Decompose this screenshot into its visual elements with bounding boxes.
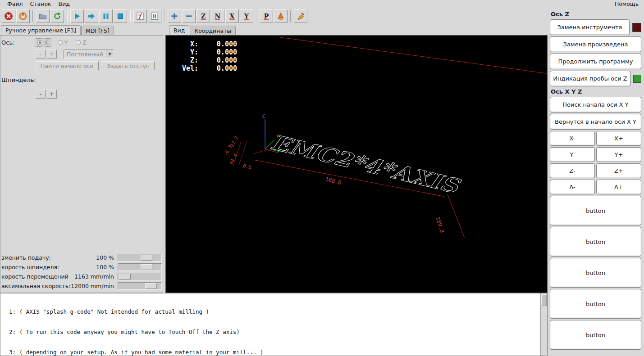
clear-plot-icon xyxy=(296,12,305,21)
view-y-button[interactable]: Y xyxy=(240,9,253,23)
machine-power-button[interactable] xyxy=(16,9,30,23)
dimension-line xyxy=(448,194,465,238)
axis-label: Ось: xyxy=(1,39,36,46)
radio-icon xyxy=(58,40,63,45)
toggle-optional-pause-button[interactable] xyxy=(148,9,161,23)
slider-handle[interactable] xyxy=(141,255,152,261)
feed-override-value: 100 % xyxy=(96,254,114,261)
view-y-icon: Y xyxy=(242,12,251,21)
touch-off-button[interactable]: Задать отступ xyxy=(102,61,155,70)
pause-button[interactable] xyxy=(99,9,113,23)
jog-x-plus-button[interactable]: X+ xyxy=(596,131,641,146)
axis-radio-x[interactable]: X xyxy=(36,38,51,47)
gcode-line[interactable]: 1: ( AXIS "splash g-code" Not intended f… xyxy=(2,308,540,315)
z-probe-button[interactable]: Индикация пробы оси Z xyxy=(550,71,630,86)
jog-a-plus-button[interactable]: A+ xyxy=(596,180,641,194)
zoom-in-button[interactable] xyxy=(168,9,181,23)
axis-radio-y[interactable]: Y xyxy=(58,39,68,46)
z-axis-label: Z xyxy=(262,113,265,119)
gcode-listing: 1: ( AXIS "splash g-code" Not intended f… xyxy=(0,293,548,356)
toolbar-separator xyxy=(130,10,131,22)
estop-button[interactable] xyxy=(2,9,15,23)
part-wireframe-text: EMC2*4*AXIS xyxy=(268,131,464,198)
step-icon xyxy=(87,12,96,21)
zoom-out-button[interactable] xyxy=(182,9,196,23)
custom-button-5[interactable]: button xyxy=(550,320,641,350)
jog-x-minus-button[interactable]: X- xyxy=(550,131,595,146)
view-z-button[interactable]: Z xyxy=(196,9,210,23)
tab-dro[interactable]: Координаты xyxy=(190,26,236,35)
return-xy-button[interactable]: Вернутся в начало оси X Y xyxy=(550,114,641,130)
custom-button-4[interactable]: button xyxy=(550,289,641,319)
slider-handle[interactable] xyxy=(141,264,152,270)
z-probe-led xyxy=(633,75,641,83)
slider-handle[interactable] xyxy=(119,274,131,279)
feed-override-label: зменить подачу: xyxy=(1,254,96,261)
rotate-mode-icon xyxy=(276,12,285,21)
xyz-section-header: Ось X Y Z xyxy=(550,88,641,95)
perspective-icon: P xyxy=(262,12,271,21)
max-velocity-slider[interactable] xyxy=(118,282,162,290)
menu-file[interactable]: Файл xyxy=(4,0,27,7)
jog-z-minus-button[interactable]: Z- xyxy=(550,163,595,178)
gcode-line[interactable]: 3: ( depending on your setup. As if you … xyxy=(2,349,540,356)
menubar: Файл Станок Вид Помощь xyxy=(0,0,644,8)
tab-mdi[interactable]: MDI [F5] xyxy=(81,26,114,35)
z-axis-section-header: Ось Z xyxy=(550,10,641,18)
view-x-button[interactable]: X xyxy=(225,9,239,23)
position-readout: X:0.000 Y:0.000 Z:0.000 Vel:0.000 xyxy=(175,40,237,72)
svg-text:X: X xyxy=(230,13,235,20)
jog-increment-select[interactable]: Постоянный ▼ xyxy=(64,50,114,59)
custom-button-3[interactable]: button xyxy=(550,258,641,288)
spindle-override-slider[interactable] xyxy=(118,263,162,271)
backplot-scene: Z Y EMC2*4*AXIS xyxy=(166,36,547,293)
svg-text:P: P xyxy=(264,13,269,20)
spindle-override-value: 100 % xyxy=(96,264,114,270)
home-axis-button[interactable]: Найти начало оси xyxy=(36,61,99,70)
step-button[interactable] xyxy=(85,9,98,23)
tool-change-led xyxy=(632,23,641,32)
tab-manual-control[interactable]: Ручное управление [F3] xyxy=(1,25,81,35)
jog-a-minus-button[interactable]: A- xyxy=(550,180,595,194)
spindle-plus-button[interactable]: + xyxy=(47,90,57,99)
jog-y-minus-button[interactable]: Y- xyxy=(550,147,595,162)
scrollbar-thumb[interactable] xyxy=(541,294,547,306)
gcode-line[interactable]: 2: ( To run this code anyway you might h… xyxy=(2,329,540,335)
clear-plot-button[interactable] xyxy=(294,9,307,23)
rotate-mode-button[interactable] xyxy=(274,9,288,23)
spindle-minus-button[interactable]: - xyxy=(36,90,46,99)
menu-view[interactable]: Вид xyxy=(55,0,73,7)
jog-speed-slider[interactable] xyxy=(118,273,162,280)
custom-button-2[interactable]: button xyxy=(550,227,641,257)
feed-override-slider[interactable] xyxy=(118,254,162,261)
toolbar: Z N X Y P xyxy=(0,8,548,25)
toolbar-separator xyxy=(32,10,33,22)
view-z-rotated-button[interactable]: N xyxy=(211,9,224,23)
stop-button[interactable] xyxy=(114,9,127,23)
jog-z-plus-button[interactable]: Z+ xyxy=(596,163,641,178)
open-file-button[interactable] xyxy=(36,9,50,23)
gcode-scrollbar[interactable] xyxy=(540,293,547,356)
axis-radio-z[interactable]: Z xyxy=(76,39,87,46)
reload-button[interactable] xyxy=(50,9,64,23)
manual-control-panel: Ручное управление [F3] MDI [F5] Ось: X Y… xyxy=(0,25,163,293)
jog-y-plus-button[interactable]: Y+ xyxy=(596,147,641,162)
menu-help[interactable]: Помощь xyxy=(613,0,640,7)
tab-preview[interactable]: Вид xyxy=(169,25,189,35)
run-button[interactable] xyxy=(70,9,84,23)
tool-change-button[interactable]: Замена инструмента xyxy=(550,19,630,35)
spindle-override-label: корость шпинделя: xyxy=(1,264,96,270)
jog-plus-button[interactable]: + xyxy=(47,50,57,59)
continue-program-button[interactable]: Продолжить программу xyxy=(550,54,641,69)
toggle-skip-lines-button[interactable] xyxy=(133,9,147,23)
dimension-label: -0.3 xyxy=(223,144,233,157)
perspective-button[interactable]: P xyxy=(260,9,273,23)
preview-canvas[interactable]: Z Y EMC2*4*AXIS xyxy=(165,35,548,293)
home-xy-button[interactable]: Поиск начала оси X Y xyxy=(550,97,641,113)
jog-minus-button[interactable]: - xyxy=(36,50,46,59)
custom-button-1[interactable]: button xyxy=(550,196,641,225)
slider-handle[interactable] xyxy=(145,283,157,289)
dimension-label: 189.3 xyxy=(434,216,445,234)
tool-changed-button[interactable]: Замена произведена xyxy=(550,36,641,52)
menu-machine[interactable]: Станок xyxy=(27,0,55,7)
